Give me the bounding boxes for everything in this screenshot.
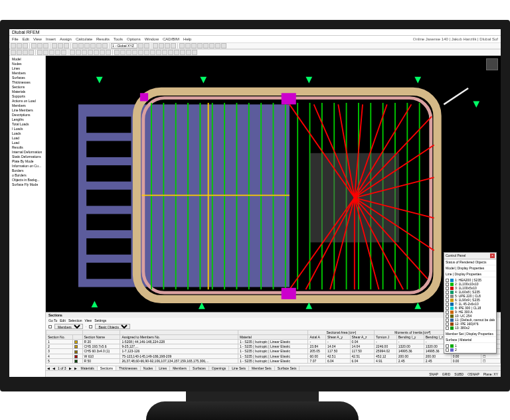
toolbar-icon[interactable] — [174, 50, 179, 55]
table-row[interactable]: 1R 201-5208 | 44,146-148,224-2281 - S235… — [46, 340, 501, 344]
filter-dropdown-1[interactable]: Members — [54, 324, 83, 329]
toolbar-icon[interactable] — [84, 43, 90, 48]
toolbar-icon[interactable] — [78, 43, 84, 48]
toolbar-icon[interactable] — [49, 50, 54, 55]
tree-item[interactable]: Model — [11, 57, 44, 62]
menubar[interactable]: File Edit View Insert Assign Calculate R… — [9, 36, 501, 42]
toolbar-icon[interactable] — [221, 43, 226, 48]
toolbar-icon[interactable] — [106, 50, 111, 55]
tree-item[interactable]: Surface Fly Mode — [11, 182, 44, 187]
tree-item[interactable]: Members — [11, 104, 44, 108]
toolbar-icon[interactable] — [90, 43, 96, 48]
toolbar-icon[interactable] — [144, 43, 149, 48]
toolbar-icon[interactable] — [185, 43, 191, 48]
table-row[interactable]: 3CHS 60.3x4.0 (1)1-7,123-1261 - S235 | I… — [46, 349, 501, 354]
toolbar-icon[interactable] — [215, 43, 220, 48]
toolbar-icon[interactable] — [165, 43, 170, 48]
panel-view[interactable]: View — [84, 318, 92, 322]
filter-dropdown-2[interactable]: Basic Objects — [95, 324, 130, 329]
menu-results[interactable]: Results — [96, 37, 110, 41]
toolbar-icon[interactable] — [82, 50, 87, 55]
toolbar-icon[interactable] — [17, 50, 22, 55]
tree-item[interactable]: Surfaces — [11, 76, 44, 80]
tree-item[interactable]: Internal Deformation — [11, 150, 44, 155]
cp-section[interactable]: Surface | Material — [444, 337, 496, 343]
toolbar-icon[interactable] — [102, 43, 108, 48]
new-icon[interactable] — [11, 43, 16, 48]
tree-item[interactable]: Static Deformations — [11, 155, 44, 159]
save-icon[interactable] — [23, 43, 28, 48]
menu-tools[interactable]: Tools — [114, 37, 123, 41]
tree-item[interactable]: Total Loads — [11, 122, 44, 127]
panel-edit[interactable]: Edit — [60, 318, 66, 322]
menu-window[interactable]: Window — [145, 37, 159, 41]
toolbar-icon[interactable] — [114, 50, 120, 55]
tree-item[interactable]: I Loads — [11, 127, 44, 131]
copy-icon[interactable] — [58, 43, 63, 48]
toolbar-icon[interactable] — [29, 50, 34, 55]
tree-item[interactable]: Descriptions — [11, 113, 44, 117]
tree-item[interactable]: Load — [11, 136, 44, 141]
toolbar-icon[interactable] — [168, 50, 173, 55]
tree-item[interactable]: Plate By Mode — [11, 159, 44, 164]
close-icon[interactable]: × — [490, 253, 495, 258]
toolbar-icon[interactable] — [37, 50, 42, 55]
redo-icon[interactable] — [43, 43, 48, 48]
toolbar-icon[interactable] — [96, 43, 102, 48]
menu-view[interactable]: View — [33, 37, 42, 41]
panel-tabs[interactable]: ◀ ◀ 1 of 3 ▶ ▶ Materials Sections Thickn… — [46, 366, 501, 370]
toolbar-icon[interactable] — [171, 43, 176, 48]
status-subd[interactable]: SUBD — [454, 372, 464, 376]
cp-item[interactable]: 13: 380x2 — [446, 326, 495, 330]
toolbar-icon[interactable] — [150, 50, 155, 55]
toolbar-icon[interactable] — [94, 50, 99, 55]
menu-options[interactable]: Options — [127, 37, 141, 41]
paste-icon[interactable] — [64, 43, 69, 48]
toolbar-icon[interactable] — [156, 50, 161, 55]
status-snap[interactable]: SNAP — [429, 372, 438, 376]
toolbar-icon[interactable] — [197, 43, 203, 48]
table-row[interactable]: 2CHS 193.7x5.69-25,127,...1 - S235 | Iso… — [46, 344, 501, 349]
tree-item[interactable]: Supports — [11, 94, 44, 99]
cp-item[interactable]: 2 — [446, 348, 495, 352]
tree-item[interactable]: Materials — [11, 90, 44, 94]
status-osnap[interactable]: OSNAP — [468, 372, 479, 376]
toolbar-icon[interactable] — [162, 50, 167, 55]
tree-item[interactable]: Sections — [11, 85, 44, 90]
tree-item[interactable]: Lengths — [11, 117, 44, 122]
tree-item[interactable]: Objects in Backg... — [11, 178, 44, 182]
toolbar-icon[interactable] — [61, 50, 66, 55]
tree-item[interactable]: Actions on Load — [11, 99, 44, 104]
toolbar-icon[interactable] — [88, 50, 93, 55]
toolbar-icon[interactable] — [76, 50, 81, 55]
toolbar-icon[interactable] — [203, 43, 209, 48]
toolbar-icon[interactable] — [159, 43, 164, 48]
toolbar-icon[interactable] — [55, 50, 60, 55]
cp-section[interactable]: Member Set | Display Properties — [444, 331, 496, 337]
tree-item[interactable]: o Borders — [11, 173, 44, 178]
toolbar-icon[interactable] — [138, 50, 143, 55]
cut-icon[interactable] — [52, 43, 57, 48]
toolbar-icon[interactable] — [186, 50, 191, 55]
menu-calculate[interactable]: Calculate — [76, 37, 92, 41]
toolbar-icon[interactable] — [192, 50, 197, 55]
checkbox-icon[interactable] — [48, 325, 52, 328]
toolbar-icon[interactable] — [209, 43, 214, 48]
model-viewport[interactable] — [46, 56, 501, 312]
toolbar-icon[interactable] — [179, 43, 185, 48]
checkbox-icon[interactable] — [89, 325, 92, 328]
cp-section[interactable]: Line | Display Properties — [444, 271, 496, 277]
sections-table[interactable]: Sectional Area [cm²] Moments of Inertia … — [46, 330, 501, 364]
menu-help[interactable]: Help — [183, 37, 191, 41]
navigator-tree[interactable]: ModelNodesLinesMembersSurfacesThicknesse… — [9, 56, 46, 377]
toolbar-icon[interactable] — [126, 50, 131, 55]
table-row[interactable]: 5R 5026,37,48,60-66,90-92,106,107,134,15… — [46, 358, 501, 363]
table-row[interactable]: 4W 61075-123,140-145,149-186,198-2091 - … — [46, 354, 501, 358]
toolbar-icon[interactable] — [144, 50, 149, 55]
control-panel[interactable]: Control Panel × Status of Rendered Objec… — [444, 252, 497, 354]
tree-item[interactable]: Information on Cu... — [11, 164, 44, 169]
status-grid[interactable]: GRID — [442, 372, 451, 376]
toolbar-icon[interactable] — [72, 43, 78, 48]
tree-item[interactable]: Thicknesses — [11, 80, 44, 85]
toolbar-icon[interactable] — [100, 50, 105, 55]
